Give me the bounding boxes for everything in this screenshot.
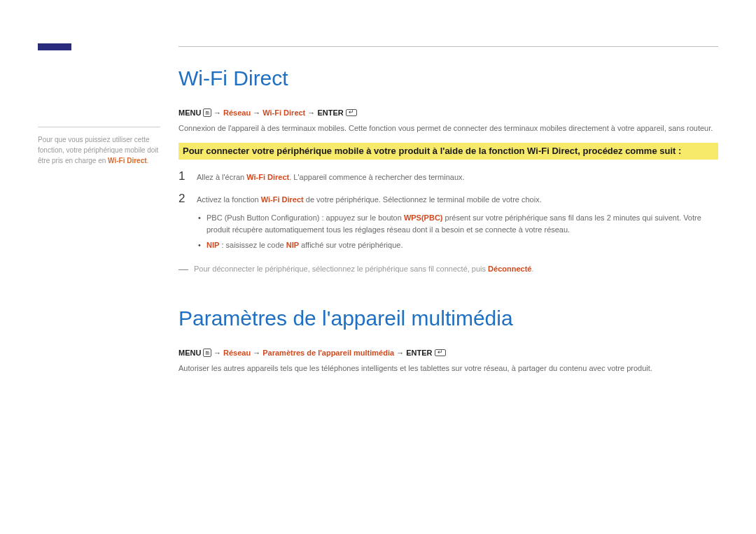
arrow: → [251, 349, 262, 357]
page-accent-bar [38, 43, 71, 50]
sidebar-note-accent: Wi-Fi Direct [108, 157, 146, 164]
step-2-pre: Activez la fonction [197, 195, 261, 204]
arrow: → [251, 108, 262, 117]
note-red: Déconnecté [488, 265, 531, 273]
nav-item: Paramètres de l'appareil multimédia [262, 349, 394, 357]
enter-icon [435, 349, 446, 356]
step-2: 2 Activez la fonction Wi-Fi Direct de vo… [178, 192, 718, 254]
highlight-instruction: Pour connecter votre périphérique mobile… [178, 143, 718, 160]
step-2-bullets: PBC (Push Button Configuration) : appuye… [197, 212, 718, 252]
step-1-body: Allez à l'écran Wi-Fi Direct. L'appareil… [197, 169, 465, 184]
note-post: . [531, 265, 533, 273]
arrow: → [394, 349, 406, 357]
nav-item: Wi-Fi Direct [262, 108, 305, 117]
section-title-multimedia: Paramètres de l'appareil multimédia [178, 307, 718, 330]
enter-icon [346, 109, 357, 116]
step-2-red: Wi-Fi Direct [261, 195, 304, 204]
arrow: → [211, 349, 223, 357]
arrow: → [305, 108, 317, 117]
bullet-nip: NIP : saisissez le code NIP affiché sur … [197, 239, 718, 252]
bullet-nip-red: NIP [206, 241, 219, 249]
nav-path-multimedia: MENU m → Réseau → Paramètres de l'appare… [178, 349, 718, 357]
bullet-nip-post: affiché sur votre périphérique. [299, 241, 402, 249]
step-1-post: . L'appareil commence à rechercher des t… [289, 173, 464, 181]
step-2-body: Activez la fonction Wi-Fi Direct de votr… [197, 192, 718, 254]
note-pre: Pour déconnecter le périphérique, sélect… [194, 265, 488, 273]
step-1-red: Wi-Fi Direct [246, 173, 289, 181]
bullet-pbc-red: WPS(PBC) [404, 213, 443, 222]
note-dash: ― [178, 263, 194, 274]
nav-path-wifi-direct: MENU m → Réseau → Wi-Fi Direct → ENTER [178, 108, 718, 117]
main-content: Wi-Fi Direct MENU m → Réseau → Wi-Fi Dir… [178, 66, 718, 383]
nav-reseau: Réseau [223, 349, 251, 357]
menu-label: MENU [178, 108, 201, 117]
sidebar-note: Pour que vous puissiez utiliser cette fo… [38, 127, 160, 166]
disconnect-note: ― Pour déconnecter le périphérique, séle… [178, 263, 718, 275]
step-number: 1 [178, 169, 197, 183]
section-title-wifi-direct: Wi-Fi Direct [178, 66, 718, 90]
note-body: Pour déconnecter le périphérique, sélect… [194, 263, 534, 275]
enter-label: ENTER [317, 108, 343, 117]
top-divider [178, 46, 718, 47]
step-number: 2 [178, 192, 197, 206]
menu-icon: m [203, 349, 211, 357]
sidebar-note-text: Pour que vous puissiez utiliser cette fo… [38, 134, 160, 166]
nav-reseau: Réseau [223, 108, 251, 117]
step-1: 1 Allez à l'écran Wi-Fi Direct. L'appare… [178, 169, 718, 184]
sidebar-divider [38, 127, 160, 127]
highlight-text: Pour connecter votre périphérique mobile… [183, 145, 714, 157]
step-2-post: de votre périphérique. Sélectionnez le t… [304, 195, 542, 204]
bullet-nip-mid: : saisissez le code [219, 241, 286, 249]
step-1-pre: Allez à l'écran [197, 173, 246, 181]
enter-label: ENTER [406, 349, 432, 357]
bullet-pbc-pre: PBC (Push Button Configuration) : appuye… [206, 213, 404, 222]
bullet-nip-red2: NIP [286, 241, 299, 249]
multimedia-description: Autoriser les autres appareils tels que … [178, 363, 718, 374]
wifi-direct-description: Connexion de l'appareil à des terminaux … [178, 122, 718, 134]
menu-label: MENU [178, 349, 201, 357]
arrow: → [211, 108, 223, 117]
bullet-pbc: PBC (Push Button Configuration) : appuye… [197, 212, 718, 237]
menu-icon: m [203, 108, 211, 117]
